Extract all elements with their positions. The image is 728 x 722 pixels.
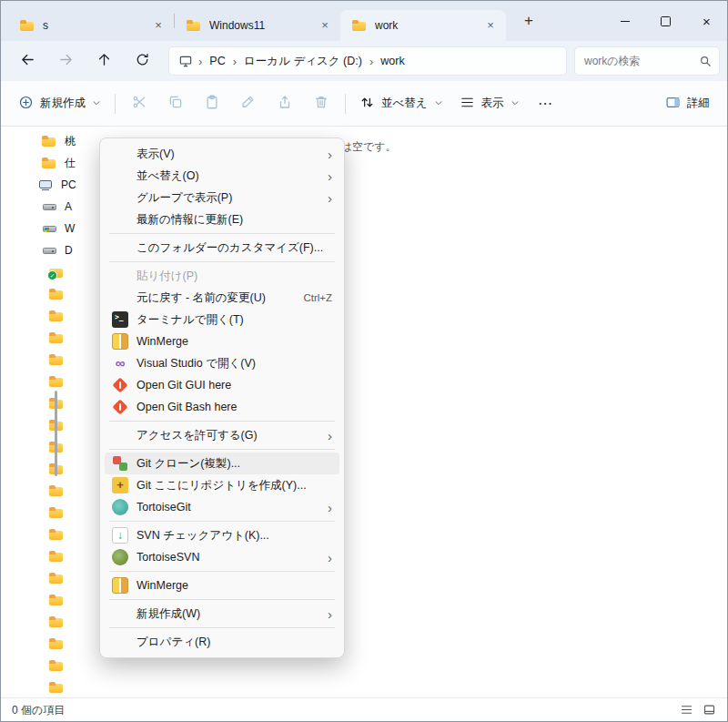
sidebar-item-label: D (65, 244, 73, 257)
folder-icon (48, 548, 65, 564)
details-view-button[interactable] (680, 703, 693, 719)
menu-item[interactable]: 並べ替え(O)› (105, 165, 339, 187)
delete-button[interactable] (303, 88, 339, 119)
menu-item-label: このフォルダーのカスタマイズ(F)... (136, 240, 332, 256)
share-button[interactable] (267, 88, 303, 119)
forward-button[interactable] (46, 46, 85, 76)
menu-item[interactable]: アクセスを許可する(G)› (105, 424, 339, 446)
menu-icon-placeholder (112, 239, 128, 256)
winmerge-icon (112, 333, 128, 350)
maximize-button[interactable] (645, 1, 686, 41)
tab-windows11[interactable]: Windows11 × (175, 10, 340, 41)
menu-item-label: TortoiseSVN (136, 551, 317, 564)
chevron-right-icon: › (368, 55, 375, 68)
git-init-icon (112, 477, 128, 493)
large-icons-view-button[interactable] (703, 703, 716, 719)
refresh-button[interactable] (123, 46, 161, 76)
menu-item[interactable]: グループで表示(P)› (105, 187, 339, 208)
search-icon (699, 55, 712, 67)
forward-icon (58, 52, 74, 71)
folder-icon (48, 636, 65, 652)
more-button[interactable]: ⋯ (528, 88, 564, 119)
sidebar-scrollbar[interactable] (55, 391, 57, 476)
details-pane-button[interactable]: 詳細 (657, 88, 718, 119)
menu-item[interactable]: Git クローン(複製)... (105, 453, 339, 474)
sidebar-item-label: 桃 (65, 134, 76, 149)
breadcrumb-work[interactable]: work (375, 52, 410, 70)
this-pc-icon (178, 54, 193, 68)
menu-item[interactable]: SVN チェックアウト(K)... (105, 524, 339, 546)
winmerge-icon (112, 577, 128, 594)
sort-button[interactable]: 並べ替え (351, 88, 451, 119)
drive-win-icon (41, 220, 57, 237)
chevron-right-icon: › (328, 191, 332, 205)
menu-item[interactable]: Git ここにリポジトリを作成(Y)... (105, 474, 339, 496)
view-button-label: 表示 (481, 96, 504, 111)
paste-button[interactable] (194, 88, 230, 119)
tab-label: work (375, 19, 475, 32)
context-menu: 表示(V)›並べ替え(O)›グループで表示(P)›最新の情報に更新(E)このフォ… (99, 137, 345, 658)
search-box (574, 46, 720, 76)
menu-item[interactable]: TortoiseSVN› (105, 546, 339, 568)
folder-icon (48, 614, 65, 630)
more-icon: ⋯ (538, 95, 553, 112)
menu-item[interactable]: ターミナルで開く(T) (105, 309, 339, 330)
folder-icon (41, 133, 57, 149)
menu-icon-placeholder (112, 268, 128, 284)
view-button[interactable]: 表示 (451, 88, 528, 119)
tab-close-icon[interactable]: × (150, 17, 167, 34)
drive-icon (41, 198, 57, 215)
menu-item[interactable]: 新規作成(W)› (105, 603, 339, 625)
menu-item[interactable]: Open Git Bash here (105, 396, 339, 418)
menu-item-label: 新規作成(W) (136, 606, 317, 622)
up-button[interactable] (85, 46, 123, 76)
menu-item[interactable]: このフォルダーのカスタマイズ(F)... (105, 237, 339, 259)
item-count: 0 個の項目 (12, 703, 65, 718)
tab-s[interactable]: s × (8, 10, 174, 41)
copy-button[interactable] (157, 88, 194, 119)
tab-close-icon[interactable]: × (482, 17, 499, 34)
menu-item-label: 表示(V) (136, 147, 317, 162)
folder-icon (48, 504, 65, 521)
cut-button[interactable] (121, 88, 157, 119)
search-input[interactable] (582, 54, 699, 68)
menu-separator (109, 233, 335, 234)
chevron-right-icon: › (328, 501, 332, 514)
tortoisegit-icon (112, 499, 128, 515)
minimize-button[interactable] (604, 1, 645, 41)
folder-icon (351, 17, 368, 34)
breadcrumb-pc[interactable]: PC (204, 52, 230, 70)
close-button[interactable]: × (686, 1, 727, 41)
back-button[interactable] (8, 46, 46, 76)
chevron-right-icon: › (328, 169, 332, 183)
menu-item-label: アクセスを許可する(G) (136, 428, 317, 443)
new-button[interactable]: 新規作成 (10, 88, 109, 119)
sidebar-item-label: PC (61, 178, 76, 191)
folder-icon (48, 657, 65, 674)
menu-item[interactable]: Open Git GUI here (105, 374, 339, 396)
folder-icon (48, 570, 65, 586)
tab-label: Windows11 (209, 19, 309, 32)
menu-item[interactable]: 表示(V)› (105, 143, 339, 165)
tortoisesvn-icon (112, 549, 128, 565)
sidebar-item[interactable] (1, 676, 256, 697)
menu-item-label: 元に戻す - 名前の変更(U) (136, 290, 292, 306)
menu-item[interactable]: 元に戻す - 名前の変更(U)Ctrl+Z (105, 287, 339, 309)
folder-icon (48, 592, 65, 608)
chevron-right-icon: › (231, 55, 238, 68)
tab-work[interactable]: work × (340, 10, 506, 41)
menu-item[interactable]: Visual Studio で開く(V) (105, 352, 339, 374)
new-tab-button[interactable]: + (515, 8, 542, 34)
view-toggles (680, 703, 716, 719)
breadcrumb-local-disk-d[interactable]: ローカル ディスク (D:) (238, 51, 368, 72)
menu-item[interactable]: TortoiseGit› (105, 496, 339, 518)
menu-item[interactable]: 最新の情報に更新(E) (105, 208, 339, 230)
rename-button[interactable] (230, 88, 267, 119)
chevron-down-icon (511, 97, 520, 110)
menu-item[interactable]: WinMerge (105, 330, 339, 352)
menu-item-label: SVN チェックアウト(K)... (136, 528, 332, 544)
menu-item[interactable]: プロパティ(R) (105, 631, 339, 653)
folder-icon (48, 330, 65, 346)
menu-item[interactable]: WinMerge (105, 575, 339, 596)
tab-close-icon[interactable]: × (317, 17, 333, 34)
